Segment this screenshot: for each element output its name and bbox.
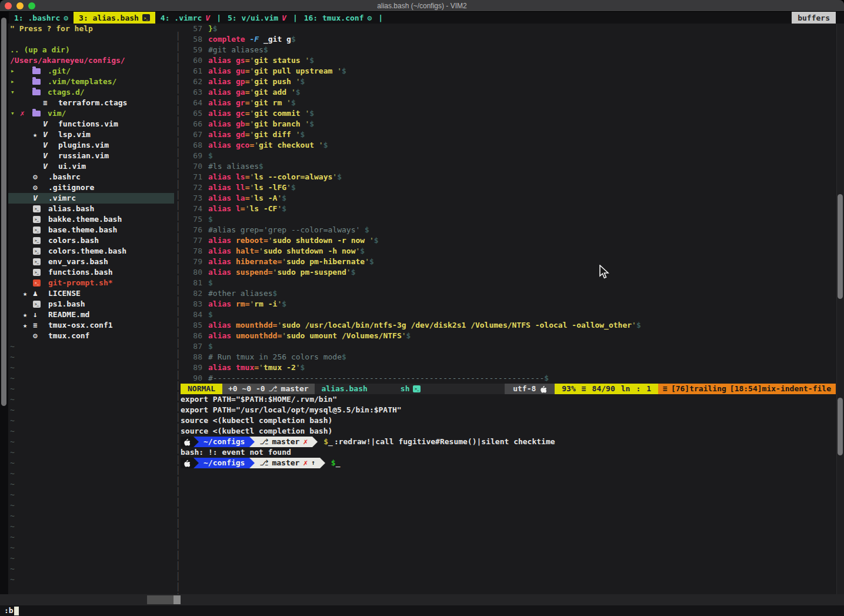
tree-item-.bashrc[interactable]: ⚙.bashrc [8,172,174,182]
line-number: 89 [182,362,202,373]
line-number: 58 [182,34,202,45]
prompt-dollar: $ [331,458,336,468]
line-number: 82 [182,288,202,299]
tree-item-label: env_vars.bash [48,257,108,267]
right-scrollbar-track [836,24,844,594]
line-number: 61 [182,66,202,76]
shell-file-icon [33,269,41,276]
nerdtree-statusline: /Users/akarneyeu/configs [0,594,181,605]
prompt-git-segment: ⎇ master ✗ ↑ [255,458,319,468]
tree-item-license[interactable]: ★♟LICENSE [8,288,174,299]
buffer-tab-4-.vimrc[interactable]: 4: .vimrcV [155,12,215,24]
line-number: 87 [182,341,202,352]
tree-item-label: functions.vim [58,119,118,129]
tree-item-ctags.d-[interactable]: ▾ctags.d/ [8,87,174,98]
git-dirty-mark: ✗ [303,437,308,447]
code-line-60: 60alias gs='git status '$ [182,55,836,66]
prompt-apple-segment [181,437,194,447]
tree-item-functions.vim[interactable]: Vfunctions.vim [8,119,174,129]
empty-line-tilde: ~ [8,394,174,405]
mouse-pointer [599,265,609,280]
line-content: alias ll='ls -lFG'$ [208,182,296,193]
line-number: 69 [182,151,202,161]
line-content: $ [208,309,213,320]
tree-item-colors.theme.bash[interactable]: colors.theme.bash [8,246,174,257]
tree-item-bakke.theme.bash[interactable]: bakke.theme.bash [8,214,174,225]
shell-file-icon [33,227,41,234]
buffer-tab-5-v-ui.vim[interactable]: 5: v/ui.vimV [222,12,292,24]
powerline-arrow [249,458,255,468]
tree-item-label: LICENSE [48,288,81,299]
tree-item-label: lsp.vim [58,129,91,140]
nerdtree-sidebar[interactable]: " Press ? for help .. (up a dir) /Users/… [8,24,174,594]
line-content: alias ls='ls --color=always'$ [208,172,342,182]
tree-item-functions.bash[interactable]: functions.bash [8,267,174,278]
tree-item-tmux.conf[interactable]: ⚙tmux.conf [8,331,174,341]
tree-item-lsp.vim[interactable]: ★Vlsp.vim [8,129,174,140]
terminal-pane[interactable]: export PATH="$PATH:$HOME/.rvm/bin"export… [181,394,836,594]
empty-line-tilde: ~ [8,426,174,437]
tree-item-vim-[interactable]: ▾✗vim/ [8,108,174,119]
code-line-59: 59#git aliases$ [182,45,836,55]
line-content: $ [208,341,213,352]
prompt-path-segment: ~/configs [199,437,249,447]
vim-icon: V [282,14,286,22]
warn-lines-icon: ≡ [663,384,668,394]
empty-line-tilde: ~ [8,341,174,352]
line-number: 77 [182,235,202,246]
editor-scrollbar[interactable] [838,194,843,299]
left-scrollbar[interactable] [1,18,6,406]
tree-item-label: base.theme.bash [48,225,117,235]
tree-item-readme.md[interactable]: ★↓README.md [8,309,174,320]
folder-icon [32,89,41,95]
line-number: 76 [182,225,202,235]
tree-item-.git-[interactable]: ▸.git/ [8,66,174,76]
code-line-64: 64alias gr='git rm '$ [182,98,836,108]
line-content: alias reboot='sudo shutdown -r now '$ [208,235,379,246]
line-number: 67 [182,129,202,140]
tree-item-git-prompt.sh-[interactable]: git-prompt.sh* [8,278,174,288]
vim-file-icon: V [43,151,48,161]
line-content: }$ [208,24,218,34]
tree-item-.vimrc[interactable]: V.vimrc [8,193,174,204]
buffer-tab-16-tmux.conf[interactable]: 16: tmux.conf⚙ [299,12,378,24]
nerdtree-up-dir[interactable]: .. (up a dir) [8,45,174,55]
tree-item-.vim-templates-[interactable]: ▸.vim/templates/ [8,76,174,87]
tree-item-russian.vim[interactable]: Vrussian.vim [8,151,174,161]
code-line-87: 87$ [182,341,836,352]
code-line-66: 66alias gb='git branch '$ [182,119,836,129]
vim-command-line[interactable]: :b [0,605,844,616]
tree-item-.gitignore[interactable]: ⚙.gitignore [8,182,174,193]
line-content: alias rm='rm -i'$ [208,299,286,309]
editor-pane[interactable]: 57}$58complete -F _git g$59#git aliases$… [182,24,836,384]
nerdtree-help-hint: " Press ? for help [8,24,174,34]
tree-item-base.theme.bash[interactable]: base.theme.bash [8,225,174,235]
terminal-prompt: ~/configs ⎇ master ✗ $ _ :redraw!|call f… [181,437,836,447]
empty-line-tilde: ~ [8,352,174,362]
tree-item-tmux-osx.conf1[interactable]: ★≡tmux-osx.conf1 [8,320,174,331]
statusline: NORMAL +0 ~0 -0 ⎇ master alias.bash sh u… [181,384,836,394]
buffer-tab-1-.bashrc[interactable]: 1: .bashrc⚙ [9,12,74,24]
code-line-86: 86alias umounthdd='sudo umount /Volumes/… [182,331,836,341]
buffer-tab-3-alias.bash[interactable]: 3: alias.bash [74,12,155,24]
empty-line-tilde: ~ [8,490,174,500]
line-content: $ [208,278,213,288]
line-number: 72 [182,182,202,193]
code-line-79: 79alias hibernate='sudo pm-hibernate'$ [182,257,836,267]
tabline-mode-label: buffers [792,12,836,24]
line-number: 60 [182,55,202,66]
tree-item-alias.bash[interactable]: alias.bash [8,204,174,214]
tree-item-plugins.vim[interactable]: Vplugins.vim [8,140,174,151]
tree-item-colors.bash[interactable]: colors.bash [8,235,174,246]
license-file-icon: ♟ [33,288,38,299]
empty-line-tilde: ~ [8,415,174,426]
terminal-scrollbar[interactable] [838,398,843,455]
star-icon: ★ [23,288,27,299]
tree-item-terraform.ctags[interactable]: ≡terraform.ctags [8,98,174,108]
tree-item-ps1.bash[interactable]: ps1.bash [8,299,174,309]
terminal-output-line: source <(kubectl completion bash) [181,415,836,426]
tree-item-ui.vim[interactable]: Vui.vim [8,161,174,172]
line-number: 73 [182,193,202,204]
tree-item-env-vars.bash[interactable]: env_vars.bash [8,257,174,267]
empty-line-tilde: ~ [8,574,174,585]
